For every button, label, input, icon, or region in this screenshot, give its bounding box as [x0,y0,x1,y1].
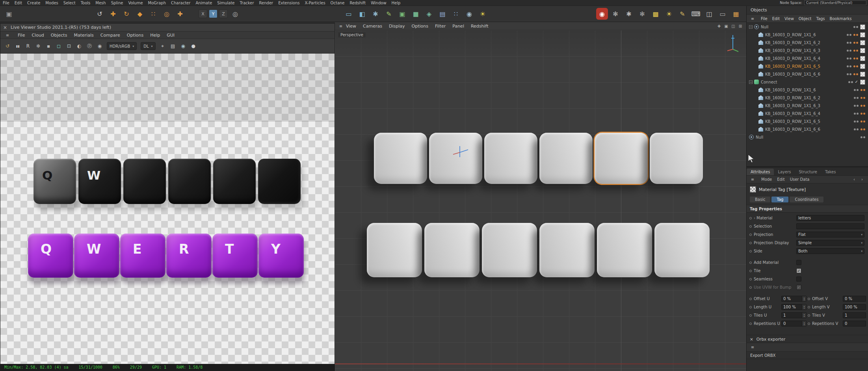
menu-item-render[interactable]: Render [258,1,275,5]
deformers-icon[interactable]: ◈ [423,8,435,20]
texture-tag-icon[interactable] [860,64,865,69]
gear-icon[interactable]: ✻ [34,42,43,50]
tile-checkbox[interactable]: ✓ [796,268,801,273]
layout-grid-icon[interactable]: ▦ [730,8,742,20]
vp-menu-display[interactable]: Display [389,24,405,29]
keyframe-dot-icon[interactable] [749,225,752,228]
visibility-dots-icon[interactable] [847,34,851,36]
objects-menu-object[interactable]: Object [799,17,812,21]
vp-menu-panel[interactable]: Panel [452,24,464,29]
objects-menu-icon[interactable]: ≡ [749,15,756,22]
keycap[interactable] [482,223,537,277]
menu-item-redshift[interactable]: Redshift [349,1,367,5]
lv-menu-objects[interactable]: Objects [51,33,67,38]
visibility-dots-icon[interactable] [854,89,859,91]
display-color-dots-icon[interactable] [861,113,865,115]
pick-material-icon[interactable]: Ⓟ [85,42,94,50]
spinner-icon[interactable]: ▴▾ [802,313,806,318]
texture-tag-icon[interactable] [860,24,865,30]
keyframe-dot-icon[interactable] [749,270,752,272]
scale-tool-icon[interactable]: ◆ [134,8,146,20]
subtab-coordinates[interactable]: Coordinates [790,197,823,202]
texture-tag-icon[interactable] [860,72,865,77]
object-row[interactable]: KB_16003_D_ROW_1X1_6_6 [747,70,868,78]
texture-icon[interactable]: ▩ [650,8,662,20]
display-color-dots-icon[interactable] [861,97,865,99]
lv-menu-compare[interactable]: Compare [100,33,120,38]
refresh-icon[interactable]: ↺ [3,42,12,50]
collapse-toggle-icon[interactable]: − [749,25,753,29]
vp-menu-filter[interactable]: Filter [435,24,446,29]
display-color-dots-icon[interactable] [861,128,865,130]
visibility-dots-icon[interactable] [847,42,851,44]
side-select[interactable]: Both▾ [796,248,864,254]
texture-tag-icon[interactable] [860,32,865,37]
object-row[interactable]: KB_16003_D_ROW_1X1_6_2 [747,94,868,102]
tab-takes[interactable]: Takes [821,169,840,175]
object-row[interactable]: KB_16003_D_ROW_1X1_6_3 [747,102,868,109]
texture-tag-icon[interactable] [860,56,865,61]
visibility-dots-icon[interactable] [854,105,859,107]
next-icon[interactable]: › [859,176,865,183]
vp-menu-redshift[interactable]: Redshift [471,24,489,29]
camera2-icon[interactable]: ◉ [179,42,188,50]
keyframe-dot-icon[interactable] [749,242,752,244]
menu-icon[interactable]: ≡ [749,344,756,351]
prev-icon[interactable]: ‹ [851,176,857,183]
region-icon[interactable]: ◻ [54,42,63,50]
keyframe-dot-icon[interactable] [749,306,752,308]
keyboard-icon[interactable]: ⌨ [690,8,702,20]
materials-icon[interactable]: ✻ [610,8,621,20]
keycap[interactable] [597,223,652,277]
display-color-dots-icon[interactable] [861,89,865,91]
projection-select[interactable]: Flat▾ [796,232,864,237]
display-color-dots-icon[interactable] [853,65,858,67]
display-color-dots-icon[interactable] [853,73,858,75]
object-row[interactable]: KB_16003_D_ROW_1X1_6_3 [747,46,868,54]
cube-primitive-icon[interactable]: ▣ [396,8,408,20]
generators-icon[interactable]: ■ [410,8,422,20]
octane-logo-icon[interactable]: ◉ [596,8,608,20]
lock-icon[interactable]: ▪ [44,42,53,50]
add-object-icon[interactable]: ✚ [174,8,186,20]
length-v-input[interactable]: 100 % [843,304,866,310]
offset-v-input[interactable]: 0 % [843,296,866,302]
object-row[interactable]: KB_16003_D_ROW_1X1_6_6 [747,125,868,133]
tiles-u-input[interactable]: 1▴▾ [781,312,807,318]
keyframe-dot-icon[interactable] [749,262,752,264]
menu-item-select[interactable]: Select [62,1,77,5]
keyframe-dot-icon[interactable] [749,298,752,300]
visibility-dots-icon[interactable] [854,121,859,122]
vp-menu-options[interactable]: Options [412,24,428,29]
texture-tag-icon[interactable] [860,40,865,45]
render-region-icon[interactable]: ◧ [356,8,368,20]
menu-item-x-particles[interactable]: X-Particles [303,1,326,5]
menu-item-tracker[interactable]: Tracker [238,1,255,5]
display-b-icon[interactable]: ▭ [717,8,729,20]
keycap[interactable] [654,223,710,277]
texture-tag-icon[interactable] [860,80,865,85]
menu-item-octane[interactable]: Octane [329,1,346,5]
repetitions-u-input[interactable]: 0▴▾ [781,321,807,326]
camera-label[interactable]: Perspective [338,32,366,37]
keycap[interactable] [539,133,593,184]
expand-icon[interactable]: ⊞ [737,23,743,29]
menu-item-animate[interactable]: Animate [194,1,213,5]
vp-menu-cameras[interactable]: Cameras [363,24,382,29]
tiles-v-input[interactable]: 1 [843,312,866,318]
lv-menu-options[interactable]: Options [127,33,143,38]
visibility-dots-icon[interactable] [847,58,851,59]
keyframe-dot-icon[interactable] [749,323,752,325]
export-orbx-button[interactable]: Export ORBX [747,351,868,359]
keyframe-dot-icon[interactable] [749,217,752,219]
sphere-icon[interactable]: ● [189,42,198,50]
texture-tag-icon[interactable] [860,48,865,53]
menu-item-edit[interactable]: Edit [13,1,23,5]
visibility-dots-icon[interactable] [854,128,859,130]
display-color-dots-icon[interactable] [861,121,865,122]
display-color-dots-icon[interactable] [853,34,858,36]
menu-item-simulate[interactable]: Simulate [216,1,236,5]
wrench-icon[interactable]: ✱ [623,8,635,20]
objects-menu-file[interactable]: File [761,17,768,21]
grid-b-icon[interactable]: ◫ [730,23,736,29]
